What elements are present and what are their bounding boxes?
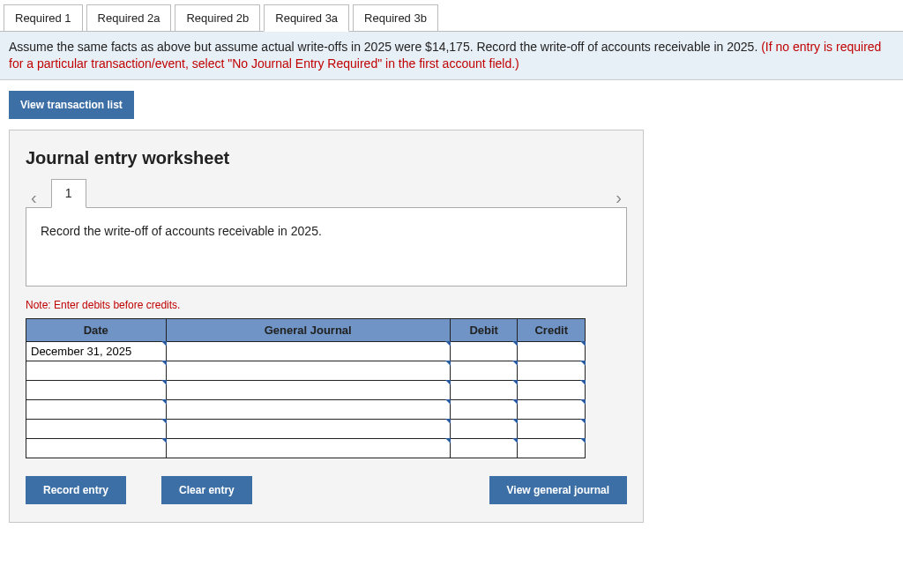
credit-cell[interactable]	[518, 438, 586, 458]
general-journal-cell[interactable]	[166, 419, 450, 438]
date-input[interactable]	[26, 381, 166, 399]
table-row	[26, 438, 586, 458]
entry-prompt-box: Record the write-off of accounts receiva…	[26, 207, 627, 287]
credit-cell[interactable]	[518, 341, 586, 361]
debits-before-credits-note: Note: Enter debits before credits.	[26, 299, 627, 311]
date-input[interactable]	[26, 439, 166, 458]
date-input[interactable]	[26, 342, 166, 361]
general-journal-cell[interactable]	[166, 361, 450, 380]
credit-cell[interactable]	[518, 380, 586, 399]
debit-cell[interactable]	[450, 438, 518, 458]
general-journal-cell[interactable]	[166, 380, 450, 399]
date-input[interactable]	[26, 400, 166, 419]
clear-entry-button[interactable]: Clear entry	[161, 476, 252, 504]
table-row	[26, 380, 586, 399]
credit-cell[interactable]	[518, 419, 586, 438]
debit-input[interactable]	[451, 361, 518, 380]
debit-cell[interactable]	[450, 380, 518, 399]
general-journal-input[interactable]	[167, 420, 450, 438]
general-journal-input[interactable]	[167, 381, 450, 399]
debit-input[interactable]	[451, 342, 518, 361]
tab-required-3a[interactable]: Required 3a	[264, 4, 349, 32]
view-transaction-list-button[interactable]: View transaction list	[9, 91, 134, 119]
date-input[interactable]	[26, 361, 166, 380]
general-journal-cell[interactable]	[166, 341, 450, 361]
tab-required-2a[interactable]: Required 2a	[86, 4, 172, 32]
credit-input[interactable]	[518, 400, 585, 419]
entry-prompt-text: Record the write-off of accounts receiva…	[41, 224, 322, 238]
table-row	[26, 341, 586, 361]
chevron-right-icon[interactable]: ›	[610, 188, 627, 208]
date-cell[interactable]	[26, 399, 167, 419]
instruction-text: Assume the same facts as above but assum…	[9, 40, 761, 54]
general-journal-input[interactable]	[167, 361, 450, 380]
dropdown-icon[interactable]	[580, 341, 586, 346]
general-journal-cell[interactable]	[166, 399, 450, 419]
general-journal-cell[interactable]	[166, 438, 450, 458]
debit-cell[interactable]	[450, 419, 518, 438]
general-journal-input[interactable]	[167, 439, 450, 458]
worksheet-actions: Record entry Clear entry View general jo…	[26, 476, 627, 504]
date-input[interactable]	[26, 420, 166, 438]
credit-input[interactable]	[518, 439, 585, 458]
debit-cell[interactable]	[450, 341, 518, 361]
debit-input[interactable]	[451, 400, 518, 419]
dropdown-icon[interactable]	[580, 419, 586, 424]
worksheet-title: Journal entry worksheet	[26, 148, 627, 168]
dropdown-icon[interactable]	[580, 361, 586, 366]
general-journal-input[interactable]	[167, 400, 450, 419]
debit-input[interactable]	[451, 381, 518, 399]
chevron-left-icon[interactable]: ‹	[26, 188, 42, 208]
col-header-debit: Debit	[450, 318, 518, 341]
col-header-credit: Credit	[518, 318, 586, 341]
credit-input[interactable]	[518, 381, 585, 399]
dropdown-icon[interactable]	[580, 438, 586, 443]
tab-required-3b[interactable]: Required 3b	[353, 4, 438, 32]
page-tab-1[interactable]: 1	[51, 179, 86, 208]
dropdown-icon[interactable]	[580, 399, 586, 405]
dropdown-icon[interactable]	[580, 380, 586, 385]
view-general-journal-button[interactable]: View general journal	[489, 476, 627, 504]
general-journal-input[interactable]	[167, 342, 450, 361]
date-cell[interactable]	[26, 419, 167, 438]
debit-input[interactable]	[451, 439, 518, 458]
credit-cell[interactable]	[518, 399, 586, 419]
journal-worksheet: Journal entry worksheet ‹ 1 › Record the…	[9, 130, 644, 523]
record-entry-button[interactable]: Record entry	[26, 476, 126, 504]
debit-cell[interactable]	[450, 361, 518, 380]
requirement-tabs: Required 1 Required 2a Required 2b Requi…	[0, 0, 903, 32]
table-row	[26, 419, 586, 438]
date-cell[interactable]	[26, 361, 167, 380]
debit-input[interactable]	[451, 420, 518, 438]
tab-required-2b[interactable]: Required 2b	[175, 4, 260, 32]
credit-input[interactable]	[518, 342, 585, 361]
table-row	[26, 399, 586, 419]
col-header-general-journal: General Journal	[166, 318, 450, 341]
col-header-date: Date	[26, 318, 167, 341]
date-cell[interactable]	[26, 438, 167, 458]
credit-input[interactable]	[518, 361, 585, 380]
table-row	[26, 361, 586, 380]
credit-cell[interactable]	[518, 361, 586, 380]
instruction-bar: Assume the same facts as above but assum…	[0, 32, 903, 80]
date-cell[interactable]	[26, 380, 167, 399]
credit-input[interactable]	[518, 420, 585, 438]
tab-required-1[interactable]: Required 1	[4, 4, 83, 32]
debit-cell[interactable]	[450, 399, 518, 419]
worksheet-pager: ‹ 1 ›	[26, 177, 627, 208]
journal-entry-table: Date General Journal Debit Credit	[26, 318, 586, 458]
date-cell[interactable]	[26, 341, 167, 361]
